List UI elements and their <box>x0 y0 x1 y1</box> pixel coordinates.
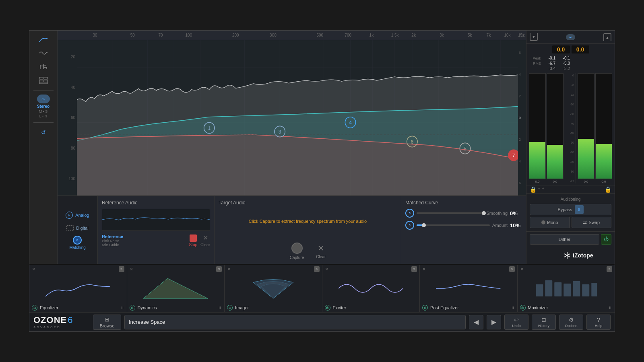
freq-7k: 7k <box>487 33 491 37</box>
stereo-icon[interactable]: ∞ <box>37 95 50 103</box>
ref-label: Reference <box>102 234 186 239</box>
vu-section: 0.0 0.0 0 -6 -12 -20 -30 -40 -50 -60 -70… <box>526 72 615 185</box>
lock-right-icon[interactable]: 🔒 <box>605 186 611 193</box>
vu-val-l2: 0.0 <box>547 180 564 183</box>
module-post-equalizer[interactable]: ✕ S ⏻ Post Equalizer ⏸ <box>420 265 518 312</box>
target-title: Target Audio <box>219 200 397 206</box>
sidebar-icon-wave[interactable] <box>36 47 51 59</box>
meter-top-controls: ▼ ∞ ▲ <box>526 31 615 44</box>
dither-power-button[interactable]: ⏻ <box>601 234 611 245</box>
freq-500: 500 <box>316 33 323 37</box>
post-eq-s-btn[interactable]: S <box>509 266 515 272</box>
amount-slider[interactable] <box>417 224 490 226</box>
clear-label: Clear <box>200 243 210 247</box>
ref-clear-button[interactable]: ✕ Clear <box>200 234 210 247</box>
module-maximizer[interactable]: ✕ S ⏻ Maximizer ⏸ <box>518 265 615 312</box>
eq-node-7[interactable]: 7 <box>512 152 515 158</box>
browse-button[interactable]: ⊞ Browse <box>93 315 121 330</box>
maximizer-close-icon[interactable]: ✕ <box>520 267 524 272</box>
eq-node-4[interactable]: 4 <box>349 120 352 125</box>
help-button[interactable]: ? Help <box>586 315 611 330</box>
dynamics-pause-btn[interactable]: ⏸ <box>218 306 222 310</box>
matched-panel: Matched Curve ↻ Smoothing 0% ↻ <box>401 196 526 264</box>
sidebar-icon-eq[interactable] <box>36 61 51 72</box>
capture-button[interactable]: Capture <box>290 243 304 260</box>
target-clear-label: Clear <box>316 255 326 259</box>
eq-node-5[interactable]: 5 <box>464 146 466 151</box>
peak-right: -0.1 <box>557 56 570 60</box>
target-clear-button[interactable]: ✕ Clear <box>316 243 326 259</box>
bypass-button[interactable]: Bypass 9 <box>530 204 611 215</box>
eq-node-3[interactable]: 3 <box>279 129 281 134</box>
maximizer-pause-btn[interactable]: ⏸ <box>608 306 612 310</box>
matching-btn[interactable]: ↺ Matching <box>69 236 86 250</box>
imager-power-btn[interactable]: ⏻ <box>227 305 233 311</box>
sidebar-icon-grid[interactable] <box>36 75 51 86</box>
minus-btn[interactable]: − <box>538 186 541 193</box>
module-imager[interactable]: ✕ S ⏻ Imager <box>225 265 322 312</box>
rms-label: RMS <box>530 62 541 66</box>
sidebar-icon-curve[interactable] <box>36 34 51 45</box>
channel-selector: K Analog Digital ↺ Matching <box>58 196 98 264</box>
post-eq-power-btn[interactable]: ⏻ <box>422 305 428 311</box>
dither-button[interactable]: Dither <box>530 234 599 245</box>
preset-input[interactable] <box>124 315 466 329</box>
module-dynamics[interactable]: ✕ S ⏻ Dynamics ⏸ <box>127 265 225 312</box>
up-arrow-icon[interactable]: ▲ <box>603 33 611 41</box>
undo-button[interactable]: ↩ Undo <box>504 315 528 330</box>
exciter-power-btn[interactable]: ⏻ <box>325 305 330 311</box>
equalizer-pause-btn[interactable]: ⏸ <box>120 306 124 310</box>
analog-btn[interactable]: K Analog <box>63 210 91 220</box>
capture-label: Capture <box>290 255 304 260</box>
smoothing-slider[interactable] <box>417 212 484 214</box>
eq-node-1[interactable]: 1 <box>208 125 211 131</box>
equalizer-power-btn[interactable]: ⏻ <box>32 305 37 311</box>
down-arrow-icon[interactable]: ▼ <box>530 33 538 41</box>
eq-node-6[interactable]: 6 <box>411 139 414 144</box>
browse-icon: ⊞ <box>105 316 109 323</box>
freq-100: 100 <box>186 33 192 37</box>
analog-label: Analog <box>75 213 89 218</box>
imager-close-icon[interactable]: ✕ <box>227 267 231 272</box>
stop-button[interactable]: Stop <box>189 234 198 247</box>
equalizer-close-icon[interactable]: ✕ <box>32 267 35 272</box>
post-eq-close-icon[interactable]: ✕ <box>422 267 426 272</box>
dynamics-s-btn[interactable]: S <box>216 266 222 272</box>
meter-divider <box>576 73 576 183</box>
exciter-close-icon[interactable]: ✕ <box>325 267 328 272</box>
imager-s-btn[interactable]: S <box>314 266 320 272</box>
next-preset-button[interactable]: ▶ <box>487 315 501 329</box>
dither-row: Dither ⏻ <box>530 234 611 245</box>
mono-button[interactable]: Mono <box>530 217 570 228</box>
history-button[interactable]: ⊟ History <box>532 315 556 330</box>
smoothing-knob[interactable]: ↻ <box>405 209 414 218</box>
digital-btn[interactable]: Digital <box>64 224 91 232</box>
dynamics-power-btn[interactable]: ⏻ <box>130 305 135 311</box>
dynamics-close-icon[interactable]: ✕ <box>130 267 133 272</box>
maximizer-s-btn[interactable]: S <box>607 266 612 272</box>
swap-button[interactable]: ⇄ Swap <box>572 217 612 228</box>
spectrum-area: 20 40 60 80 100 6 4 2 0 2 4 6 <box>58 40 526 195</box>
capture-icon <box>291 243 303 254</box>
prev-preset-button[interactable]: ◀ <box>469 315 483 329</box>
digital-label: Digital <box>76 226 89 230</box>
maximizer-footer: ⏻ Maximizer ⏸ <box>520 305 613 311</box>
output-mode-btn[interactable]: ∞ <box>566 34 575 40</box>
equalizer-s-btn[interactable]: S <box>119 266 124 272</box>
plus-btn[interactable]: + <box>542 186 545 193</box>
exciter-canvas <box>325 274 417 303</box>
sidebar-icon-refresh[interactable]: ↺ <box>36 127 51 138</box>
lock-left-icon[interactable]: 🔒 <box>530 186 537 193</box>
exciter-footer: ⏻ Exciter <box>325 305 417 311</box>
matching-icon: ↺ <box>73 236 82 245</box>
ozone-logo: OZONE 6 ADVANCED <box>33 315 90 329</box>
freq-1k: 1k <box>369 33 374 37</box>
module-exciter[interactable]: ✕ S ⏻ Exciter <box>322 265 420 312</box>
post-eq-pause-btn[interactable]: ⏸ <box>511 306 515 310</box>
module-equalizer[interactable]: ✕ S ⏻ Equalizer ⏸ <box>29 265 127 312</box>
amount-knob[interactable]: ↻ <box>405 221 414 230</box>
reference-panel: Reference Audio Reference Pink Noise 6dB… <box>98 196 215 264</box>
exciter-s-btn[interactable]: S <box>411 266 417 272</box>
maximizer-power-btn[interactable]: ⏻ <box>520 305 526 311</box>
options-button[interactable]: ⚙ Options <box>559 315 583 330</box>
